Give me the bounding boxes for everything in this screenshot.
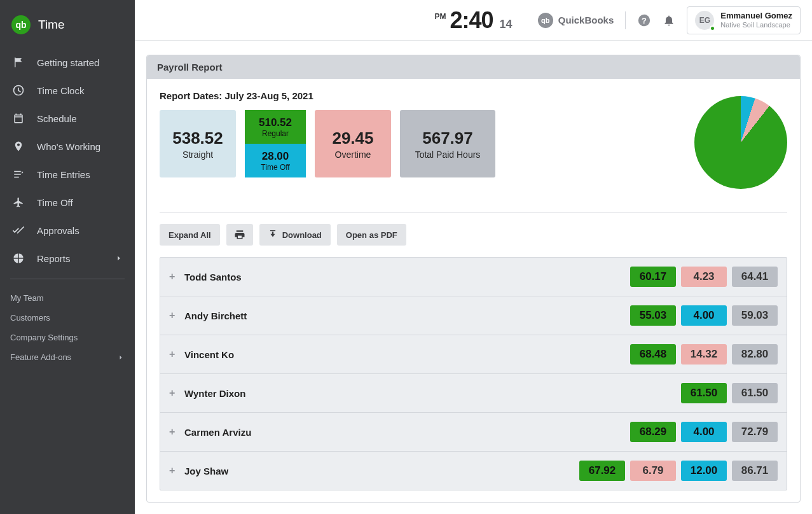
status-indicator [710,25,715,31]
sidebar-item-schedule[interactable]: Schedule [0,104,135,132]
row-total-hours: 86.71 [732,461,778,481]
bell-icon[interactable] [663,14,675,27]
expand-row-button[interactable]: + [169,387,179,399]
row-timeoff2-hours: 12.00 [681,461,727,481]
table-row: +Todd Santos60.174.2364.41 [160,258,787,296]
row-overtime-hours: 6.79 [630,461,676,481]
summary-pie-chart [694,96,787,189]
summary-straight-value: 538.52 [172,128,223,148]
sidebar-item-label: Company Settings [10,333,78,342]
row-employee-name: Wynter Dixon [184,388,676,399]
clock-ampm: PM [434,12,446,21]
table-row: +Andy Birchett55.034.0059.03 [160,296,787,335]
section-divider [160,212,787,212]
sidebar-item-time-entries[interactable]: Time Entries [0,160,135,188]
row-employee-name: Carmen Arvizu [184,427,625,438]
sidebar-item-customers[interactable]: Customers [0,308,135,328]
pie-chart-icon [11,251,25,265]
expand-row-button[interactable]: + [169,426,179,438]
avatar: EG [695,11,714,30]
report-rows: +Todd Santos60.174.2364.41+Andy Birchett… [160,257,787,490]
calendar-icon [11,111,25,125]
list-icon [11,167,25,181]
row-total-hours: 61.50 [732,383,778,403]
row-total-hours: 59.03 [732,305,778,326]
topbar: PM 2:40 14 qb QuickBooks ? EG Emmanuel G… [135,0,812,41]
button-label: Expand All [169,230,211,240]
clock: PM 2:40 14 [434,7,512,34]
user-org: Native Soil Landscape [720,21,792,29]
panel-title: Payroll Report [147,55,800,79]
summary-overtime-value: 29.45 [332,128,373,148]
sidebar-item-time-clock[interactable]: Time Clock [0,76,135,104]
table-row: +Joy Shaw67.926.7912.0086.71 [160,452,787,490]
row-total-hours: 64.41 [732,267,778,287]
brand: qb Time [0,10,135,48]
download-icon [268,230,277,239]
report-dates: Report Dates: July 23-Aug 5, 2021 [160,90,787,101]
quickbooks-link[interactable]: qb QuickBooks [538,13,614,28]
table-row: +Carmen Arvizu68.294.0072.79 [160,413,787,452]
row-timeoff-hours: 4.00 [681,422,727,442]
summary-straight: 538.52 Straight [160,110,236,177]
summary-straight-label: Straight [182,149,213,160]
user-menu[interactable]: EG Emmanuel Gomez Native Soil Landscape [687,6,801,34]
sidebar-item-label: Time Off [37,197,73,208]
sidebar-item-label: Getting started [37,57,99,68]
sidebar-item-getting-started[interactable]: Getting started [0,48,135,76]
report-dates-value: July 23-Aug 5, 2021 [225,90,313,101]
summary-overtime-label: Overtime [335,149,371,160]
clock-time: 2:40 [450,7,493,34]
sidebar-item-time-off[interactable]: Time Off [0,188,135,216]
sidebar-item-feature-addons[interactable]: Feature Add-ons [0,347,135,367]
summary-regular: 510.52 Regular [245,110,306,144]
open-pdf-button[interactable]: Open as PDF [337,224,406,246]
row-employee-name: Vincent Ko [184,349,625,360]
summary-regular-value: 510.52 [259,116,292,129]
sidebar-item-label: Time Clock [37,85,84,96]
row-employee-name: Andy Birchett [184,310,625,321]
download-button[interactable]: Download [259,224,331,246]
sidebar-item-label: Time Entries [37,169,90,180]
check-double-icon [11,223,25,237]
svg-text:?: ? [642,15,647,25]
chevron-right-icon [114,254,123,263]
row-overtime-hours: 4.23 [681,267,727,287]
print-button[interactable] [226,224,253,246]
button-label: Download [282,230,322,240]
expand-row-button[interactable]: + [169,271,179,282]
help-icon[interactable]: ? [637,13,651,27]
sidebar-item-company-settings[interactable]: Company Settings [0,328,135,347]
row-regular-hours: 55.03 [630,305,676,326]
sidebar-item-whos-working[interactable]: Who's Working [0,132,135,160]
sidebar-item-label: Schedule [37,113,77,124]
sidebar-item-label: Customers [10,313,50,323]
summary-timeoff: 28.00 Time Off [245,144,306,177]
expand-row-button[interactable]: + [169,465,179,476]
map-pin-icon [11,139,25,153]
print-icon [234,229,245,240]
sidebar-divider [10,279,125,279]
row-regular-hours: 67.92 [579,461,625,481]
expand-all-button[interactable]: Expand All [160,224,220,246]
summary-regular-label: Regular [262,129,289,138]
row-employee-name: Joy Shaw [184,466,574,476]
main: PM 2:40 14 qb QuickBooks ? EG Emmanuel G… [135,0,812,514]
chevron-right-icon [117,354,125,361]
clock-icon [11,83,25,97]
action-row: Expand All Download Open as PDF [160,224,787,246]
topbar-divider [625,11,626,29]
sidebar-item-reports[interactable]: Reports [0,244,135,272]
sidebar-item-label: Who's Working [37,141,100,152]
sidebar-item-my-team[interactable]: My Team [0,288,135,308]
sidebar-item-approvals[interactable]: Approvals [0,216,135,244]
row-total-hours: 82.80 [732,344,778,365]
summary-timeoff-value: 28.00 [262,150,289,163]
expand-row-button[interactable]: + [169,349,179,360]
row-employee-name: Todd Santos [184,272,625,282]
plane-icon [11,195,25,209]
flag-icon [11,55,25,69]
expand-row-button[interactable]: + [169,310,179,321]
button-label: Open as PDF [346,230,397,240]
avatar-initials: EG [699,16,710,25]
